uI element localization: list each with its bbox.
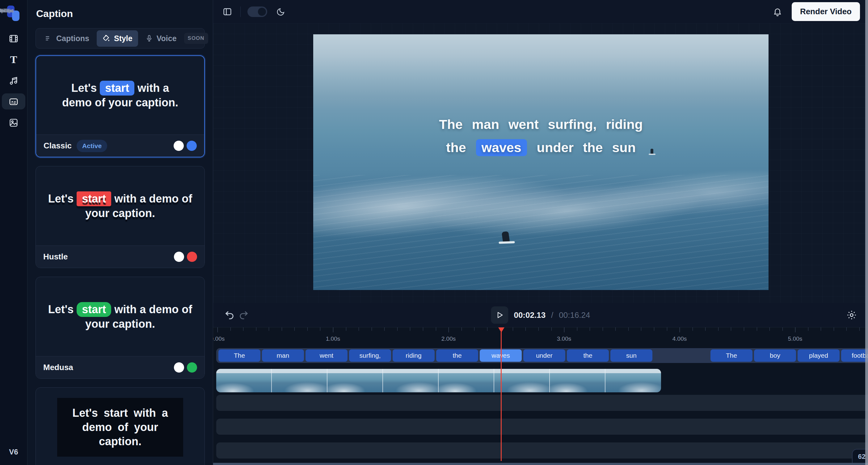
empty-track-3	[216, 442, 868, 459]
tab-captions[interactable]: Captions	[39, 30, 95, 47]
redo-icon[interactable]	[237, 308, 251, 322]
ruler-tick	[718, 327, 718, 331]
demo-pre: Let's	[48, 192, 74, 205]
timeline-word-chip[interactable]: boy	[754, 349, 796, 362]
filmstrip-frame	[216, 369, 272, 393]
color-swatch-blue[interactable]	[187, 141, 197, 151]
caption-word: the	[446, 140, 466, 155]
timeline-word-chip[interactable]: sun	[610, 349, 652, 362]
style-card-minimal[interactable]: Let's start with a demo of your caption.…	[35, 387, 205, 465]
vertical-scrollbar[interactable]	[865, 0, 868, 465]
timeline-word-chip[interactable]: football	[841, 349, 868, 362]
sidebar-item-text[interactable]: T Text	[2, 51, 25, 67]
video-clip-filmstrip[interactable]	[216, 369, 661, 393]
timeline-word-chip[interactable]: riding	[393, 349, 435, 362]
settings-gear-icon[interactable]	[844, 308, 859, 322]
tab-label: Captions	[56, 34, 89, 43]
color-dots	[174, 362, 197, 373]
tab-voice[interactable]: Voice	[140, 30, 182, 47]
timeline-word-chip[interactable]: The	[710, 349, 752, 362]
tab-style[interactable]: Style	[97, 30, 138, 47]
sidebar-item-video[interactable]: Video	[2, 30, 25, 47]
filmstrip-frame	[439, 369, 494, 393]
text-icon: T	[8, 54, 19, 65]
active-badge: Active	[76, 140, 107, 152]
microphone-icon	[146, 35, 153, 42]
ruler-tick	[320, 327, 320, 331]
panel-tabbar: Captions Style Voice SOON	[35, 28, 205, 49]
demo-pre: Let's	[71, 82, 97, 94]
caption-line-2: the waves under the sun	[313, 139, 769, 156]
bell-icon[interactable]	[771, 6, 784, 18]
sidebar-item-label: Image	[0, 8, 13, 13]
demo-text: Let's start with a demo of your caption.	[65, 406, 176, 448]
ruler-tick	[564, 327, 564, 332]
sidebar-item-image[interactable]: Image	[2, 114, 25, 130]
ruler-second-label: 5.00s	[788, 336, 802, 342]
style-preview: Let's start with a demo of your caption.	[36, 166, 205, 245]
video-caption-overlay[interactable]: The man went surfing, riding the waves u…	[313, 118, 769, 164]
timeline-word-chip[interactable]: the	[436, 349, 478, 362]
timeline: 0.00s1.00s2.00s3.00s4.00s5.00s Themanwen…	[213, 327, 868, 465]
undo-icon[interactable]	[222, 308, 237, 322]
sidebar-item-caption[interactable]: Caption	[2, 93, 25, 110]
style-name: Classic	[43, 141, 72, 151]
demo-text: Let's start with a demo of your caption.	[55, 81, 185, 110]
filmstrip-frame	[550, 369, 606, 393]
toggle-sidebar-button[interactable]	[221, 6, 234, 18]
play-button[interactable]	[491, 307, 508, 324]
style-name: Medusa	[43, 363, 73, 372]
ruler-tick	[757, 327, 757, 331]
filmstrip-frame	[383, 369, 439, 393]
timeline-word-chip[interactable]: played	[798, 349, 840, 362]
ruler-tick	[692, 327, 693, 331]
style-card-list: Let's start with a demo of your caption.…	[28, 49, 213, 465]
film-icon	[8, 33, 19, 44]
style-card-hustle[interactable]: Let's start with a demo of your caption.…	[35, 166, 205, 268]
filmstrip-frame	[272, 369, 328, 393]
playback-controls: 00:02.13 / 00:16.24	[213, 303, 868, 327]
style-card-classic[interactable]: Let's start with a demo of your caption.…	[35, 55, 205, 157]
sidebar-item-audio[interactable]: Audio	[2, 72, 25, 88]
version-label: V6	[9, 448, 18, 456]
ruler-tick	[307, 327, 308, 331]
ruler-tick	[333, 327, 333, 332]
caption-line-1: The man went surfing, riding	[313, 118, 769, 131]
ruler-tick	[256, 327, 256, 331]
horizontal-scrollbar[interactable]	[213, 463, 868, 465]
music-note-icon	[8, 76, 19, 86]
timeline-word-chip[interactable]: the	[567, 349, 609, 362]
panel-title: Caption	[28, 0, 213, 27]
moon-icon[interactable]	[275, 6, 287, 18]
ruler-tick	[834, 327, 834, 331]
caption-panel: Caption Captions Style	[28, 0, 213, 465]
theme-toggle[interactable]	[247, 6, 267, 17]
style-card-medusa[interactable]: Let's start with a demo of your caption.…	[35, 277, 205, 379]
ruler-tick	[397, 327, 398, 331]
timeline-word-chip[interactable]: surfing,	[349, 349, 391, 362]
ruler-tick	[859, 327, 860, 331]
color-swatch-green[interactable]	[187, 362, 197, 373]
timeline-word-chip[interactable]: went	[306, 349, 347, 362]
timeline-word-chip[interactable]: man	[262, 349, 304, 362]
color-swatch-white[interactable]	[174, 141, 184, 151]
image-icon	[8, 117, 19, 128]
color-swatch-red[interactable]	[187, 252, 197, 262]
timeline-ruler[interactable]: 0.00s1.00s2.00s3.00s4.00s5.00s	[213, 327, 868, 347]
playhead[interactable]	[501, 329, 502, 461]
list-icon	[44, 34, 53, 42]
empty-track-1	[216, 395, 868, 411]
ruler-tick	[538, 327, 539, 331]
timeline-word-chip[interactable]: The	[218, 349, 260, 362]
color-swatch-white[interactable]	[174, 252, 184, 262]
demo-word: start	[104, 407, 128, 419]
editor-area: Render Video The man went surfing, ridin…	[213, 0, 868, 465]
ruler-tick	[294, 327, 295, 331]
color-swatch-white[interactable]	[174, 362, 184, 373]
demo-text: Let's start with a demo of your caption.	[43, 192, 197, 221]
render-video-button[interactable]: Render Video	[792, 2, 860, 21]
topbar-divider	[240, 6, 241, 17]
ruler-tick	[821, 327, 821, 331]
playback-center: 00:02.13 / 00:16.24	[491, 307, 590, 324]
timeline-word-chip[interactable]: under	[523, 349, 565, 362]
